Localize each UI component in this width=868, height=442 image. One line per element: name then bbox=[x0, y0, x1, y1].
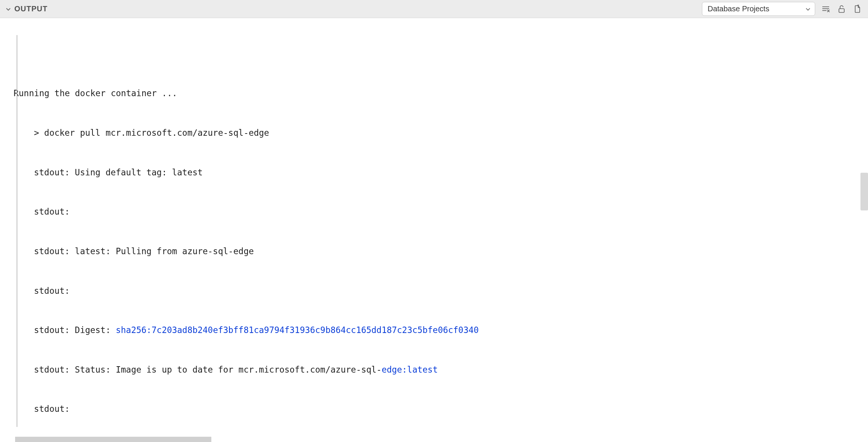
svg-rect-5 bbox=[839, 9, 844, 12]
log-line: stdout: bbox=[14, 284, 868, 298]
output-header-left: OUTPUT bbox=[5, 5, 48, 13]
fold-gutter bbox=[17, 35, 17, 427]
sha-digest: sha256:7c203ad8b240ef3bff81ca9794f31936c… bbox=[116, 325, 479, 335]
log-line: stdout: Status: Image is up to date for … bbox=[14, 363, 868, 376]
lock-scroll-icon[interactable] bbox=[836, 4, 847, 14]
output-header-right: Database Projects bbox=[702, 2, 863, 16]
collapse-chevron-icon[interactable] bbox=[5, 6, 11, 12]
output-body[interactable]: Running the docker container ... > docke… bbox=[0, 18, 868, 442]
vertical-scrollbar[interactable] bbox=[860, 173, 868, 210]
dropdown-value: Database Projects bbox=[708, 5, 769, 13]
log-line: stdout: bbox=[14, 402, 868, 416]
log-line: > docker pull mcr.microsoft.com/azure-sq… bbox=[14, 126, 868, 140]
horizontal-scrollbar[interactable] bbox=[15, 437, 211, 442]
image-tag: edge:latest bbox=[382, 365, 438, 374]
log-line: stdout: Digest: sha256:7c203ad8b240ef3bf… bbox=[14, 324, 868, 337]
log-line: stdout: bbox=[14, 205, 868, 218]
output-panel-header: OUTPUT Database Projects bbox=[0, 0, 868, 18]
panel-title: OUTPUT bbox=[14, 5, 48, 13]
clear-output-icon[interactable] bbox=[820, 4, 831, 14]
open-log-file-icon[interactable] bbox=[852, 4, 863, 14]
log-line: stdout: latest: Pulling from azure-sql-e… bbox=[14, 245, 868, 258]
chevron-down-icon bbox=[805, 6, 811, 12]
output-channel-dropdown[interactable]: Database Projects bbox=[702, 2, 815, 16]
log-line: Running the docker container ... bbox=[14, 87, 868, 100]
log-line: stdout: Using default tag: latest bbox=[14, 166, 868, 179]
